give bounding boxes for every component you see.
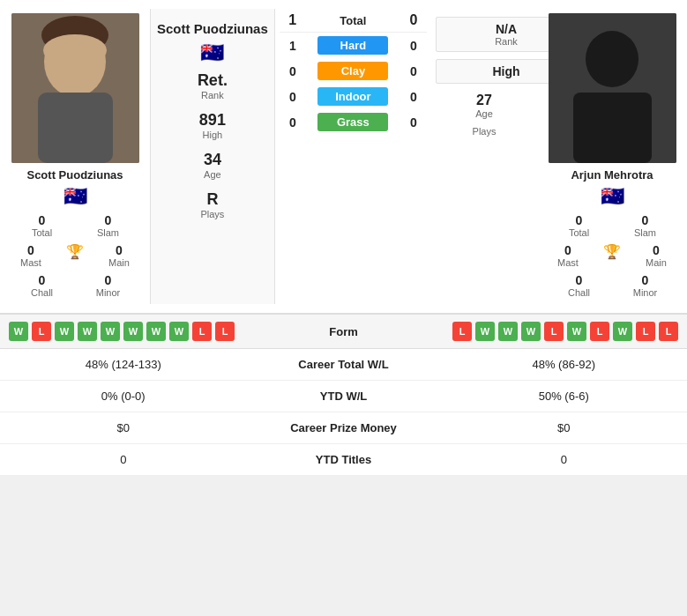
left-trophy-icon: 🏆 — [66, 243, 84, 260]
left-main-value: 0 — [116, 243, 123, 257]
center-rank-label: Rank — [201, 90, 224, 100]
player-right-name: Arjun Mehrotra — [571, 168, 653, 182]
left-chall-label: Chall — [31, 287, 53, 298]
left-total-label: Total — [32, 227, 52, 238]
stats-row: $0 Career Prize Money $0 — [0, 412, 687, 444]
stats-left-val-0: 48% (124-133) — [0, 358, 247, 371]
form-label: Form — [265, 325, 423, 338]
stats-right-val-0: 48% (86-92) — [441, 358, 688, 371]
clay-right-score: 0 — [400, 64, 427, 78]
stats-row: 0 YTD Titles 0 — [0, 444, 687, 475]
stats-left-val-1: 0% (0-0) — [0, 390, 247, 403]
player-left-stats: 0 Total 0 Slam 0 Mast 🏆 0 Main — [9, 212, 141, 300]
clay-badge: Clay — [317, 62, 388, 80]
form-badge-left: W — [101, 322, 120, 341]
center-player-left-name-block: Scott Puodziunas — [157, 21, 268, 36]
stats-left-val-2: $0 — [0, 421, 247, 434]
form-badge-right: L — [590, 322, 609, 341]
center-left-flag: 🇦🇺 — [200, 41, 224, 64]
hard-badge: Hard — [317, 36, 388, 55]
right-mast-value: 0 — [564, 243, 571, 257]
player-left-photo — [11, 13, 139, 163]
right-minor-value: 0 — [642, 273, 649, 287]
stats-row: 0% (0-0) YTD W/L 50% (6-6) — [0, 381, 687, 412]
right-plays-block: Plays — [473, 126, 497, 137]
right-total-value: 0 — [576, 213, 583, 227]
indoor-badge: Indoor — [317, 87, 388, 106]
total-label: Total — [306, 14, 400, 27]
indoor-row: 0 Indoor 0 — [280, 84, 427, 109]
total-left-score: 1 — [280, 12, 306, 28]
stats-center-label-3: YTD Titles — [247, 453, 441, 466]
hard-right-score: 0 — [400, 39, 427, 53]
center-high-label: High — [203, 130, 223, 140]
stats-row: 48% (124-133) Career Total W/L 48% (86-9… — [0, 349, 687, 381]
form-badge-left: W — [55, 322, 74, 341]
grass-right-score: 0 — [400, 115, 427, 130]
center-stats-section: Scott Puodziunas 🇦🇺 Ret. Rank 891 High 3… — [150, 9, 275, 304]
total-right-score: 0 — [400, 12, 427, 28]
stats-center-label-2: Career Prize Money — [247, 421, 441, 434]
form-badge-right: L — [659, 322, 678, 341]
grass-badge: Grass — [317, 113, 388, 131]
clay-left-score: 0 — [280, 64, 306, 78]
center-rank-value: Ret. — [198, 71, 228, 90]
left-mast-label: Mast — [20, 257, 41, 268]
player-left-name: Scott Puodziunas — [26, 168, 123, 182]
right-age-value: 27 — [475, 93, 493, 108]
right-total-label: Total — [569, 227, 589, 238]
player-right-flag: 🇦🇺 — [601, 185, 624, 208]
left-slam-label: Slam — [97, 227, 119, 238]
center-rank-block: Ret. Rank — [198, 71, 228, 100]
right-chall-label: Chall — [568, 287, 590, 298]
grass-row: 0 Grass 0 — [280, 109, 427, 135]
indoor-left-score: 0 — [280, 90, 306, 104]
right-stat-boxes: N/A Rank High 27 Age Plays — [431, 9, 537, 304]
right-minor-label: Minor — [633, 287, 658, 298]
form-badge-right: L — [452, 322, 472, 341]
center-age-block: 34 Age — [204, 151, 221, 180]
right-plays-label: Plays — [473, 126, 497, 137]
form-badges-right: LWWWLWLWLL — [423, 322, 679, 341]
center-age-value: 34 — [204, 151, 221, 169]
left-total-value: 0 — [39, 213, 46, 227]
right-trophy-icon: 🏆 — [603, 243, 621, 260]
center-left-name: Scott Puodziunas — [157, 21, 268, 36]
right-slam-label: Slam — [634, 227, 656, 238]
player-right-stats: 0 Total 0 Slam 0 Mast 🏆 0 Main — [546, 212, 678, 300]
player-right-photo — [549, 13, 676, 163]
left-main-label: Main — [108, 257, 130, 268]
right-main-label: Main — [646, 257, 667, 268]
form-badge-left: W — [9, 322, 28, 341]
indoor-right-score: 0 — [400, 90, 427, 104]
svg-point-4 — [43, 34, 107, 66]
left-mast-value: 0 — [27, 243, 34, 257]
hard-left-score: 1 — [280, 39, 306, 53]
hard-row: 1 Hard 0 — [280, 33, 427, 58]
left-chall-value: 0 — [39, 273, 46, 287]
clay-row: 0 Clay 0 — [280, 58, 427, 84]
stats-left-val-3: 0 — [0, 453, 247, 466]
stats-center-label-1: YTD W/L — [247, 390, 441, 403]
form-badge-right: W — [475, 322, 495, 341]
form-section: WLWWWWWWLL Form LWWWLWLWLL — [0, 314, 687, 349]
center-plays-block: R Plays — [200, 190, 224, 219]
stats-table: 48% (124-133) Career Total W/L 48% (86-9… — [0, 349, 687, 475]
stats-right-val-1: 50% (6-6) — [441, 390, 688, 403]
right-slam-value: 0 — [642, 213, 649, 227]
form-badge-left: L — [215, 322, 235, 341]
right-chall-value: 0 — [576, 273, 583, 287]
player-left-flag: 🇦🇺 — [63, 185, 87, 208]
total-row: 1 Total 0 — [280, 9, 427, 33]
form-badge-left: W — [78, 322, 97, 341]
svg-point-6 — [586, 31, 638, 87]
form-badges-left: WLWWWWWWLL — [9, 322, 265, 341]
center-plays-value: R — [206, 190, 218, 209]
left-slam-value: 0 — [105, 213, 112, 227]
center-high-block: 891 High — [199, 111, 226, 140]
svg-rect-7 — [573, 93, 652, 163]
form-badge-left: W — [169, 322, 189, 341]
grass-left-score: 0 — [280, 115, 306, 130]
right-age-block: 27 Age — [475, 93, 493, 119]
form-badge-right: W — [521, 322, 541, 341]
